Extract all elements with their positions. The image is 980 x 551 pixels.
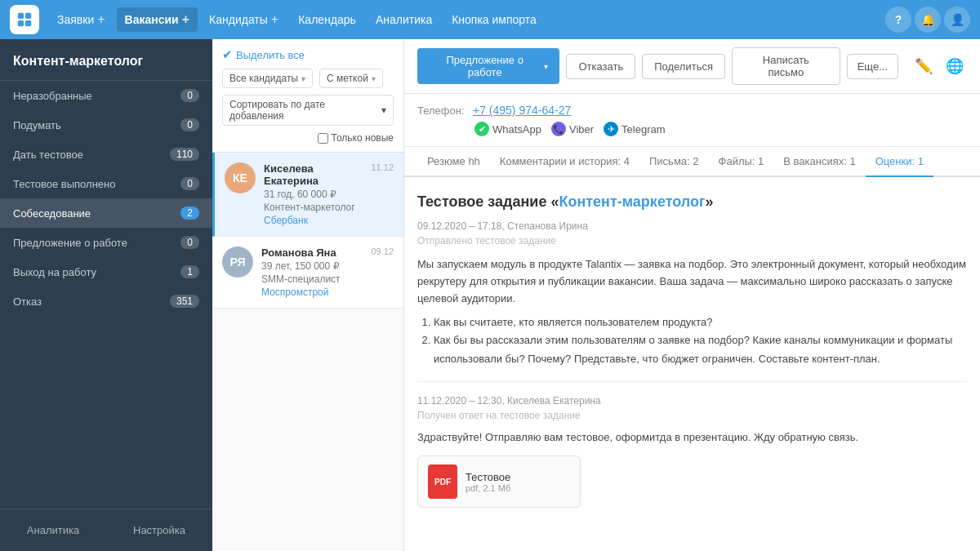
svg-rect-3 <box>25 20 31 26</box>
candidate-date-1: 09.12 <box>371 247 394 256</box>
sidebar-item-test-done[interactable]: Тестовое выполнено 0 <box>0 169 212 198</box>
tag-filter[interactable]: С меткой ▾ <box>319 69 383 88</box>
reject-button[interactable]: Отказать <box>566 54 635 79</box>
more-button[interactable]: Еще... <box>847 54 898 79</box>
sidebar-item-give-test[interactable]: Дать тестовое 110 <box>0 140 212 169</box>
chevron-down-icon: ▾ <box>301 74 305 83</box>
plus-icon-2[interactable]: + <box>271 12 278 27</box>
list-item-1: Как вы считаете, кто является пользовате… <box>434 313 967 331</box>
viber-icon: 📞 <box>551 122 566 136</box>
left-sidebar: Контент-маркетолог Неразобранные 0 Подум… <box>0 39 212 551</box>
messenger-links: ✔ WhatsApp 📞 Viber ✈ Telegram <box>474 122 967 136</box>
phone-section: Телефон: +7 (495) 974-64-27 ✔ WhatsApp 📞… <box>404 94 980 147</box>
candidate-list-panel: ✔ Выделить все Все кандидаты ▾ С меткой … <box>212 39 404 551</box>
svg-rect-0 <box>18 13 24 19</box>
nav-item-calendar[interactable]: Календарь <box>290 8 364 31</box>
sidebar-footer: Аналитика Настройка <box>0 509 212 551</box>
viber-link[interactable]: 📞 Viber <box>551 122 594 136</box>
select-all-button[interactable]: ✔ Выделить все <box>222 47 305 62</box>
candidate-name-0: Киселева Екатерина <box>264 162 363 187</box>
event1-sublabel: Отправлено тестовое задание <box>417 235 967 247</box>
only-new-toggle[interactable]: Только новые <box>318 132 394 144</box>
event1-list: Как вы считаете, кто является пользовате… <box>417 313 967 367</box>
all-candidates-filter[interactable]: Все кандидаты ▾ <box>222 69 313 88</box>
plus-icon-0[interactable]: + <box>97 12 105 27</box>
avatar-0: КЕ <box>225 162 256 193</box>
telegram-link[interactable]: ✈ Telegram <box>604 122 665 136</box>
candidate-details-0: 31 год, 60 000 ₽ <box>264 189 363 200</box>
candidate-role-1: SMM-специалист <box>261 273 363 285</box>
notifications-button[interactable]: 🔔 <box>915 7 941 33</box>
sidebar-item-unreviewed[interactable]: Неразобранные 0 <box>0 81 212 110</box>
sort-dropdown[interactable]: Сортировать по дате добавления ▾ <box>222 95 394 126</box>
offer-button[interactable]: Предложение о работе ▾ <box>417 48 559 84</box>
candidate-list-header: ✔ Выделить все Все кандидаты ▾ С меткой … <box>212 39 403 153</box>
whatsapp-icon: ✔ <box>474 122 489 136</box>
nav-item-zaявки[interactable]: Заявки + <box>49 7 114 32</box>
right-panel: Предложение о работе ▾ Отказать Поделить… <box>404 39 980 551</box>
user-menu-button[interactable]: 👤 <box>944 7 970 33</box>
event2-meta: 11.12.2020 – 12:30, Киселева Екатерина <box>417 395 967 407</box>
event1-meta: 09.12.2020 – 17:18, Степанова Ирина <box>417 220 967 232</box>
right-toolbar: Предложение о работе ▾ Отказать Поделить… <box>404 39 980 94</box>
tabs-bar: Резюме hh Комментарии и история: 4 Письм… <box>404 147 980 177</box>
assignment-title: Тестовое задание «Контент-маркетолог» <box>417 193 967 211</box>
write-letter-button[interactable]: Написать письмо <box>732 47 840 85</box>
avatar-1: РЯ <box>222 247 253 278</box>
chevron-down-icon-2: ▾ <box>372 74 376 83</box>
candidate-date-0: 11.12 <box>371 162 394 172</box>
phone-number[interactable]: +7 (495) 974-64-27 <box>473 104 571 117</box>
candidate-card-0[interactable]: КЕ Киселева Екатерина 31 год, 60 000 ₽ К… <box>212 153 403 237</box>
phone-label: Телефон: <box>417 104 466 117</box>
file-pdf-icon: PDF <box>428 464 457 499</box>
event2-sublabel: Получен ответ на тестовое задание <box>417 410 967 421</box>
sidebar-item-reject[interactable]: Отказ 351 <box>0 287 212 316</box>
candidate-company-1: Моспромстрой <box>261 287 363 298</box>
tab-vacancies[interactable]: В вакансиях: 1 <box>773 147 865 177</box>
tab-files[interactable]: Файлы: 1 <box>709 147 774 177</box>
sidebar-title: Контент-маркетолог <box>0 39 212 81</box>
nav-item-analytics[interactable]: Аналитика <box>368 8 440 31</box>
candidate-card-1[interactable]: РЯ Романова Яна 39 лет, 150 000 ₽ SMM-сп… <box>212 237 403 309</box>
tab-comments[interactable]: Комментарии и история: 4 <box>490 147 639 177</box>
edit-icon[interactable]: ✏️ <box>911 54 936 78</box>
sidebar-list: Неразобранные 0 Подумать 0 Дать тестовое… <box>0 81 212 509</box>
content-area: Тестовое задание «Контент-маркетолог» 09… <box>404 177 980 551</box>
help-button[interactable]: ? <box>885 7 911 33</box>
sidebar-footer-settings[interactable]: Настройка <box>106 519 212 541</box>
telegram-icon: ✈ <box>604 122 618 136</box>
file-name: Тестовое <box>466 471 570 483</box>
share-button[interactable]: Поделиться <box>642 54 725 79</box>
nav-item-vacancies[interactable]: Вакансии + <box>117 7 198 32</box>
sidebar-item-offer[interactable]: Предложение о работе 0 <box>0 228 212 257</box>
sidebar-item-start-work[interactable]: Выход на работу 1 <box>0 257 212 287</box>
candidate-name-1: Романова Яна <box>261 247 363 259</box>
whatsapp-link[interactable]: ✔ WhatsApp <box>474 122 541 136</box>
candidate-company-0: Сбербанк <box>264 215 363 226</box>
file-size: pdf, 2.1 Мб <box>466 483 570 493</box>
event2-text: Здраствуйте! Отправляю вам тестовое, офо… <box>417 429 967 447</box>
logo[interactable] <box>10 5 39 34</box>
translate-icon[interactable]: 🌐 <box>942 54 967 78</box>
nav-item-import[interactable]: Кнопка импорта <box>443 8 545 31</box>
tab-letters[interactable]: Письма: 2 <box>639 147 709 177</box>
chevron-down-icon-offer: ▾ <box>544 62 548 71</box>
sidebar-item-interview[interactable]: Собеседование 2 <box>0 198 212 228</box>
tab-resume[interactable]: Резюме hh <box>417 147 490 177</box>
topnav: Заявки + Вакансии + Кандидаты + Календар… <box>0 0 980 39</box>
candidate-details-1: 39 лет, 150 000 ₽ <box>261 260 363 272</box>
list-item-2: Как бы вы рассказали этим пользователям … <box>434 331 967 367</box>
event1-text: Мы запускаем модуль в продукте Talantix … <box>417 256 967 307</box>
file-attachment[interactable]: PDF Тестовое pdf, 2.1 Мб <box>417 455 581 508</box>
divider <box>417 381 967 382</box>
svg-rect-1 <box>25 13 31 19</box>
assignment-title-link[interactable]: Контент-маркетолог <box>559 193 705 210</box>
tab-scores[interactable]: Оценки: 1 <box>866 147 933 177</box>
candidate-role-0: Контент-маркетолог <box>264 202 363 213</box>
chevron-down-icon-3: ▾ <box>381 104 386 116</box>
plus-icon-1[interactable]: + <box>182 12 189 27</box>
svg-rect-2 <box>18 20 24 26</box>
sidebar-item-think[interactable]: Подумать 0 <box>0 110 212 140</box>
sidebar-footer-analytics[interactable]: Аналитика <box>0 519 106 541</box>
nav-item-candidates[interactable]: Кандидаты + <box>201 7 287 32</box>
